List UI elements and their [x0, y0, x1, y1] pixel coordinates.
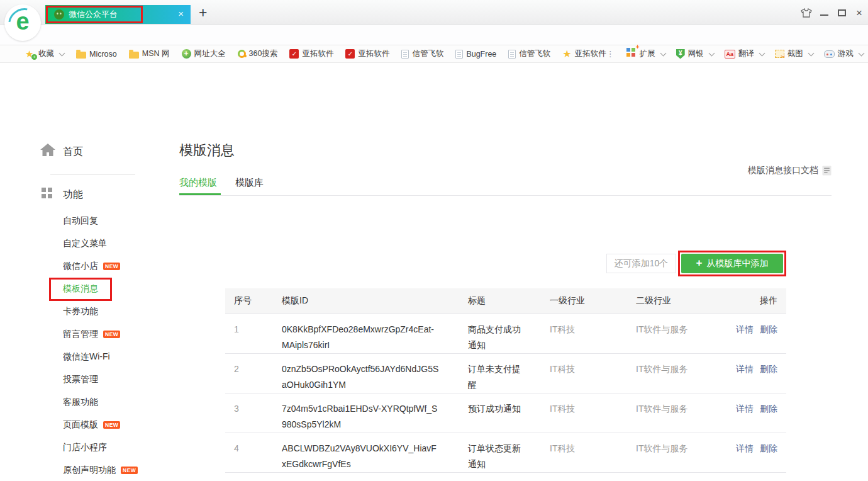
- template-title: 预订成功通知: [468, 393, 550, 433]
- bookmark-site-navigation[interactable]: 网址大全: [182, 48, 226, 59]
- bookmark-yatuo-2[interactable]: 亚拓软件: [345, 48, 389, 59]
- detail-link[interactable]: 详情: [736, 404, 754, 414]
- sidebar-item-label: 门店小程序: [63, 442, 107, 453]
- row-actions: 详情删除: [724, 433, 786, 472]
- bookmark-xinguanfei-1[interactable]: 信管飞软: [401, 48, 443, 59]
- table-row: 37z04m5v1cRbai1EHDsV-XYRQtpfWf_S980sSp5Y…: [225, 393, 786, 433]
- sidebar-item-wechat-wifi[interactable]: 微信连Wi-Fi: [63, 351, 110, 363]
- overflow-dots-icon[interactable]: ⋮: [606, 49, 615, 59]
- annotation-box-tab: [46, 6, 143, 23]
- row-index: 3: [225, 393, 282, 433]
- detail-link[interactable]: 详情: [736, 324, 754, 334]
- detail-link[interactable]: 详情: [736, 364, 754, 374]
- industry-primary: IT科技: [550, 314, 636, 353]
- row-actions: 详情删除: [724, 393, 786, 433]
- bookmark-yatuo-3[interactable]: 亚拓软件: [562, 48, 606, 59]
- sidebar-item-custom-menu[interactable]: 自定义菜单: [63, 237, 107, 250]
- template-id: 0K8KkBpfXFDeo28eMxwrzGpZr4cEat-MAipls76k…: [282, 314, 468, 353]
- sidebar-item-customer-service[interactable]: 客服功能: [63, 396, 98, 409]
- new-tab-button[interactable]: +: [199, 5, 207, 20]
- sidebar-item-label: 客服功能: [63, 397, 98, 408]
- column-header-4: 二级行业: [636, 288, 724, 314]
- bookmark-extensions[interactable]: 扩展: [626, 48, 665, 59]
- tab-close-icon[interactable]: ×: [178, 8, 184, 19]
- tab-template-library[interactable]: 模版库: [235, 177, 264, 189]
- bookmark-yatuo-1[interactable]: 亚拓软件: [289, 48, 333, 59]
- ext-icon: [626, 48, 630, 52]
- sidebar-item-label: 自动回复: [63, 215, 98, 227]
- industry-primary: IT科技: [550, 472, 636, 481]
- sidebar-item-original-statement[interactable]: 原创声明功能NEW: [63, 464, 138, 477]
- star-plus-icon: [25, 50, 35, 58]
- bookmark-games[interactable]: 游戏: [824, 48, 864, 59]
- sidebar-section-features[interactable]: 功能: [63, 188, 83, 201]
- tab-my-templates[interactable]: 我的模版: [179, 177, 217, 189]
- bookmark-label: 网银: [688, 48, 704, 59]
- sidebar-item-wechat-store[interactable]: 微信小店NEW: [63, 260, 120, 273]
- minimize-icon: [820, 14, 828, 16]
- bookmark-online-banking[interactable]: 网银: [676, 48, 714, 59]
- page-content: 首页 功能 自动回复自定义菜单微信小店NEW模板消息卡券功能留言管理NEW微信连…: [0, 63, 868, 481]
- bookmark-folder-msn[interactable]: MSN 网: [129, 48, 170, 59]
- sidebar-item-comment-manage[interactable]: 留言管理NEW: [63, 328, 120, 341]
- bookmark-label: 游戏: [838, 48, 854, 59]
- page-icon: [508, 50, 516, 59]
- delete-link[interactable]: 删除: [760, 324, 777, 334]
- page-title: 模版消息: [179, 141, 235, 160]
- template-id: Co_7PmGk5Rh5IHxyySwSvnBiz1ouzRSYm6Oa1H7J…: [282, 472, 468, 481]
- row-index: 4: [225, 433, 282, 472]
- delete-link[interactable]: 删除: [760, 364, 777, 374]
- skin-button[interactable]: [798, 0, 815, 25]
- row-actions: 详情删除: [724, 472, 786, 481]
- sidebar-item-home[interactable]: 首页: [63, 145, 83, 159]
- bookmark-label: 截图: [787, 48, 803, 59]
- template-title: 订单状态更新通知: [468, 433, 550, 472]
- row-index: 1: [225, 314, 282, 353]
- sidebar-item-label: 微信连Wi-Fi: [63, 351, 110, 363]
- bookmark-360-search[interactable]: 360搜索: [238, 48, 278, 59]
- bookmarks-right-group: ⋮扩展网银翻译截图游戏登录管家: [606, 48, 868, 59]
- column-header-5: 操作: [724, 288, 786, 314]
- chevron-down-icon: [59, 50, 65, 56]
- row-index: 2: [225, 353, 282, 393]
- bookmark-label: MSN 网: [142, 48, 170, 59]
- close-button[interactable]: ×: [850, 0, 868, 25]
- sidebar-item-card-coupon[interactable]: 卡券功能: [63, 305, 98, 318]
- bookmark-translate[interactable]: 翻译: [725, 48, 764, 59]
- industry-secondary: IT软件与服务: [636, 314, 724, 353]
- detail-link[interactable]: 详情: [736, 443, 754, 453]
- sidebar-item-label: 卡券功能: [63, 306, 98, 317]
- row-actions: 详情删除: [724, 314, 786, 353]
- industry-secondary: IT软件与服务: [636, 353, 724, 393]
- quota-remaining-label: 还可添加10个: [606, 254, 676, 273]
- delete-link[interactable]: 删除: [760, 404, 777, 414]
- bookmark-label: 翻译: [738, 48, 754, 59]
- row-actions: 详情删除: [724, 353, 786, 393]
- sidebar-item-page-template[interactable]: 页面模版NEW: [63, 419, 120, 431]
- bookmark-screenshot[interactable]: 截图: [775, 48, 813, 59]
- chevron-down-icon: [808, 50, 814, 56]
- bookmark-folder-microso[interactable]: Microso: [76, 50, 117, 59]
- maximize-button[interactable]: [833, 0, 850, 25]
- template-title: 订单未支付提醒: [468, 353, 550, 393]
- game-icon: [824, 50, 835, 58]
- minimize-button[interactable]: [815, 0, 833, 25]
- bookmark-bugfree[interactable]: BugFree: [455, 50, 496, 59]
- bookmarks-bar: 收藏MicrosoMSN 网网址大全360搜索亚拓软件亚拓软件信管飞软BugFr…: [0, 45, 868, 63]
- red-app-icon: [345, 49, 355, 59]
- chevron-down-icon: [858, 50, 864, 56]
- browser-window: 微信公众平台 × + × e 腾讯网 证: [0, 0, 868, 481]
- bookmark-favorites[interactable]: 收藏: [25, 48, 64, 59]
- chevron-down-icon: [660, 50, 666, 56]
- browser-logo: e: [4, 4, 41, 41]
- annotation-box-button: [678, 251, 786, 276]
- sidebar-item-store-miniprogram[interactable]: 门店小程序: [63, 441, 107, 454]
- delete-link[interactable]: 删除: [760, 443, 777, 453]
- sidebar-item-auto-reply[interactable]: 自动回复: [63, 215, 98, 227]
- api-doc-link[interactable]: 模版消息接口文档: [748, 165, 832, 176]
- snap-icon: [775, 50, 784, 58]
- page-icon: [401, 50, 409, 59]
- industry-primary: IT科技: [550, 353, 636, 393]
- bookmark-xinguanfei-2[interactable]: 信管飞软: [508, 48, 550, 59]
- sidebar-item-vote-manage[interactable]: 投票管理: [63, 373, 98, 386]
